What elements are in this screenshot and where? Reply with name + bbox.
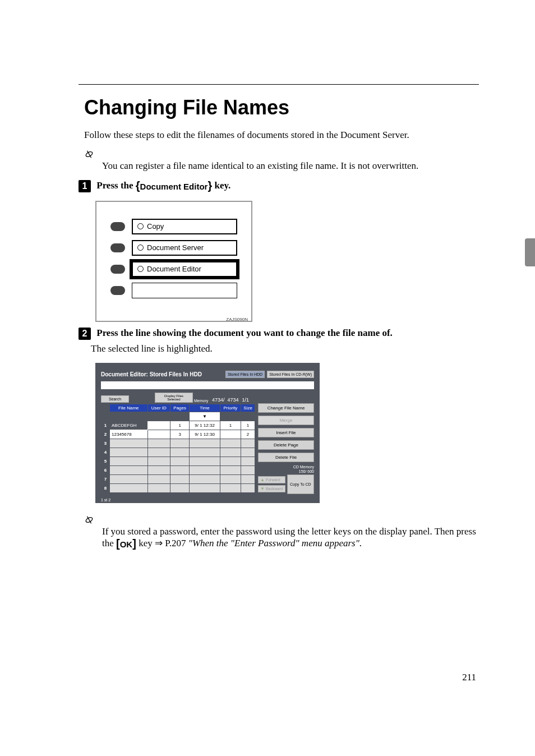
panel-option-empty: [132, 283, 237, 298]
figure-code: ZAJS090N: [226, 317, 248, 322]
table-row[interactable]: 7: [102, 474, 255, 483]
hw-button: [110, 286, 125, 295]
step-1-num: 1: [79, 180, 91, 192]
figure-doc-editor-screen: Document Editor: Stored Files In HDD Sto…: [95, 363, 320, 503]
col-filename[interactable]: File Name: [110, 404, 148, 412]
table-row[interactable]: 2 12345678 3 9/ 1 12:30 2: [102, 430, 255, 439]
section-tab: [525, 238, 535, 266]
panel-option-copy: Copy: [132, 219, 237, 234]
page-indicator-small: 1 st 2: [101, 498, 110, 502]
table-row[interactable]: 8: [102, 483, 255, 492]
copy-to-cd-button[interactable]: Copy To CD: [287, 474, 314, 494]
memory-vals: 4734/ 4734: [212, 397, 239, 403]
insert-file-button[interactable]: Insert File: [258, 428, 314, 437]
step-2: 2 Press the line showing the document yo…: [79, 328, 479, 354]
table-row[interactable]: 6: [102, 465, 255, 474]
tab-cdrw[interactable]: Stored Files In CD-R(W): [267, 371, 314, 378]
delete-file-button[interactable]: Delete File: [258, 453, 314, 462]
hw-button: [110, 222, 125, 231]
table-row[interactable]: 5: [102, 457, 255, 465]
delete-page-button[interactable]: Delete Page: [258, 440, 314, 450]
page-title: Changing File Names: [84, 96, 479, 119]
col-time[interactable]: Time: [190, 404, 220, 412]
figure-panel-keys: Copy Document Server Document Editor ZAJ…: [95, 201, 252, 322]
file-table: File Name User ID Pages Time Priority Si…: [101, 404, 255, 493]
note-icon: [84, 149, 479, 159]
note-2-text: If you stored a password, enter the pass…: [102, 526, 479, 550]
page-indicator: 1/1: [242, 397, 250, 403]
selection-strip: [101, 381, 314, 389]
col-priority[interactable]: Priority: [220, 404, 241, 412]
note-icon: [84, 514, 479, 525]
table-row[interactable]: 1 ABCDEFGH 1 9/ 1 12:32 1 1: [102, 421, 255, 430]
cd-memory-label: CD Memory150/ 600: [258, 465, 314, 473]
arrow-down-icon: ▼: [260, 486, 265, 491]
sort-desc-icon[interactable]: ▼: [190, 412, 220, 421]
forward-button[interactable]: ▲Forward: [258, 476, 285, 483]
step-1-keyname: Document Editor: [140, 181, 208, 191]
hw-button: [110, 265, 125, 274]
memory-label: Memory: [194, 399, 211, 403]
tab-hdd[interactable]: Stored Files In HDD: [225, 371, 265, 378]
screen-title: Document Editor: Stored Files In HDD: [101, 371, 202, 377]
panel-option-doc-server: Document Server: [132, 240, 237, 256]
search-button[interactable]: Search: [101, 395, 129, 403]
merge-button[interactable]: Merge: [258, 416, 314, 425]
header-rule: [79, 84, 479, 85]
arrow-up-icon: ▲: [260, 477, 265, 482]
col-userid[interactable]: User ID: [147, 404, 170, 412]
panel-option-doc-editor: Document Editor: [132, 261, 237, 277]
step-1: 1 Press the {Document Editor} key.: [79, 179, 479, 192]
step-1-press: Press the: [96, 180, 136, 191]
note-1-text: You can register a file name identical t…: [102, 160, 479, 172]
step-2-num: 2: [79, 328, 91, 340]
hw-button: [110, 243, 125, 252]
step-2-desc: The selected line is highlighted.: [91, 343, 479, 354]
table-row[interactable]: 3: [102, 439, 255, 448]
change-file-name-button[interactable]: Change File Name: [258, 403, 314, 413]
step-1-key: key.: [212, 180, 230, 191]
table-row[interactable]: 4: [102, 448, 255, 457]
display-selected-button[interactable]: Display Files Selected: [155, 393, 193, 403]
backward-button[interactable]: ▼Backward: [258, 485, 285, 492]
col-pages[interactable]: Pages: [170, 404, 189, 412]
page-number: 211: [462, 672, 476, 683]
col-size[interactable]: Size: [241, 404, 255, 412]
step-2-text: Press the line showing the document you …: [96, 328, 393, 338]
intro-text: Follow these steps to edit the filenames…: [84, 130, 479, 141]
